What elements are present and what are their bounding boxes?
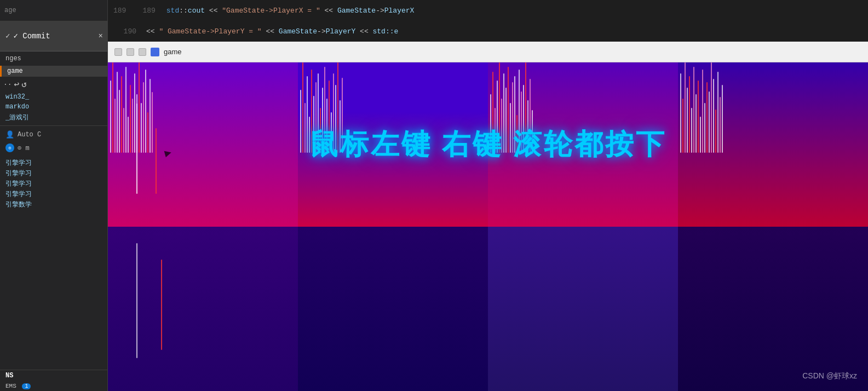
- m-label: ⊙ m: [18, 144, 30, 152]
- window-button-2[interactable]: [127, 48, 134, 56]
- blue-circle-icon: ⊙: [5, 143, 14, 152]
- sidebar-item-m[interactable]: ⊙ ⊙ m: [0, 141, 107, 154]
- changes-section: nges: [0, 51, 107, 66]
- engine-item-4[interactable]: 引擎学习: [5, 189, 102, 199]
- game-canvas[interactable]: ▶: [108, 62, 868, 391]
- engine-item-1[interactable]: 引擎学习: [5, 158, 102, 168]
- game-label: game: [7, 67, 23, 75]
- win32-label: win32_: [5, 93, 29, 101]
- sidebar-top-area: age: [0, 0, 108, 21]
- game-titlebar: game: [108, 42, 868, 62]
- game-window-title: game: [164, 48, 182, 56]
- dots-icon: ··: [3, 81, 12, 89]
- game-outer: 190 << " GameState->PlayerY = " << GameS…: [108, 21, 868, 391]
- engine-item-5[interactable]: 引擎数学: [5, 199, 102, 210]
- sidebar-item-auto[interactable]: 👤 Auto C: [0, 128, 107, 141]
- code-line-189: std::cout << "GameState->PlayerX = " << …: [166, 7, 415, 15]
- game-file-item[interactable]: game: [0, 66, 107, 77]
- line-190-nums: 190: [108, 27, 141, 36]
- sidebar-item-markdown[interactable]: markdo: [0, 102, 107, 112]
- close-icon[interactable]: ×: [99, 32, 103, 41]
- redo-icon[interactable]: ↺: [21, 79, 27, 90]
- code-ns: std: [166, 7, 179, 15]
- ems-badge: 1: [22, 383, 31, 389]
- panel-top-right: [678, 62, 868, 227]
- checkmark-icon: ✓: [5, 31, 10, 41]
- viz-bars-4: [678, 62, 868, 153]
- auto-label: Auto C: [18, 131, 41, 139]
- sidebar-item-win32[interactable]: win32_: [0, 92, 107, 102]
- ns-label: NS: [0, 370, 107, 381]
- line-189-right: 189: [142, 7, 155, 15]
- viz-bars-3: [488, 62, 678, 153]
- panel-top-center-left: [298, 62, 488, 227]
- panel-top-left: ▶: [108, 62, 298, 227]
- line-numbers: 189 189: [113, 7, 156, 15]
- ems-row: EMS 1: [0, 381, 107, 391]
- code-cout: cout: [188, 7, 205, 15]
- code-line-190-strip: 190 << " GameState->PlayerY = " << GameS…: [108, 21, 868, 42]
- viz-bars-2: [298, 62, 488, 153]
- toolbar-row: ·· ↩ ↺: [0, 77, 107, 92]
- main-area: ✓ ✓ Commit × nges game ·· ↩ ↺ win32_ mar…: [0, 21, 868, 391]
- panel-bottom-left: [108, 227, 298, 391]
- sidebar-item-gamestate[interactable]: _游戏引: [0, 112, 107, 123]
- code-display-area: 189 189 std::cout << "GameState->PlayerX…: [108, 0, 868, 21]
- panel-top-center-right: [488, 62, 678, 227]
- engine-items-section: 引擎学习 引擎学习 引擎学习 引擎学习 引擎数学: [0, 154, 107, 213]
- game-app-icon: [151, 48, 159, 56]
- commit-label[interactable]: ✓ Commit: [13, 31, 50, 41]
- window-button-1[interactable]: [114, 48, 122, 56]
- panel-bottom-center-left: [298, 227, 488, 391]
- divider-1: [0, 125, 107, 126]
- markdown-label: markdo: [5, 103, 29, 111]
- game-grid: ▶: [108, 62, 868, 391]
- changes-label: nges: [5, 55, 21, 62]
- code-editor-top-strip: age 189 189 std::cout << "GameState->Pla…: [0, 0, 868, 21]
- bottom-status: NS EMS 1: [0, 370, 107, 391]
- window-button-3[interactable]: [139, 48, 146, 56]
- person-icon: 👤: [5, 130, 14, 139]
- panel-bottom-right: [678, 227, 868, 391]
- engine-item-2[interactable]: 引擎学习: [5, 168, 102, 179]
- commit-tab[interactable]: ✓ ✓ Commit ×: [0, 21, 107, 51]
- page-label: age: [4, 7, 16, 14]
- undo-icon[interactable]: ↩: [14, 79, 20, 90]
- code-line-190-content: << " GameState->PlayerY = " << GameState…: [141, 27, 398, 36]
- engine-item-3[interactable]: 引擎学习: [5, 179, 102, 189]
- gamestate-label: _游戏引: [5, 114, 29, 122]
- panel-bottom-center-right: [488, 227, 678, 391]
- sidebar: ✓ ✓ Commit × nges game ·· ↩ ↺ win32_ mar…: [0, 21, 108, 391]
- line-189-left: 189: [113, 7, 126, 15]
